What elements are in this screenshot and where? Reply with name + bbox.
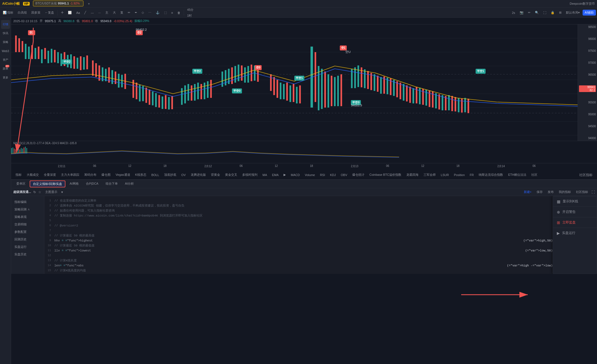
sidebar-asset-icon[interactable]: 资产 [1,55,10,64]
ind-tab-big-order[interactable]: 大额成交 [24,172,41,179]
ind-tab-main-force[interactable]: 主力大单跟踪 [59,172,81,179]
copy-tool[interactable]: 复 [119,10,125,16]
filter-tool[interactable]: ≡ [170,10,175,15]
edit-btn[interactable]: ✏ [526,10,532,15]
ind-tab-rsi[interactable]: RSI [318,172,327,178]
lock-btn[interactable]: 🔒 [549,10,556,15]
main-tab-ai-analysis[interactable]: AI分析 [122,180,137,187]
ray-tool[interactable]: ··· [96,10,102,15]
ind-tab-multi-period[interactable]: 多线时报列 [240,172,260,179]
compare-btn[interactable]: ←复盘 [43,10,56,16]
ai-assist-btn[interactable]: AI辅助 [583,10,596,16]
ind-tab-community-tab[interactable]: 社区 [529,172,540,179]
main-tab-position[interactable]: 委单区 [13,180,29,187]
ind-tab-more-ind[interactable]: ▶ [281,172,288,178]
ind-tab-ema[interactable]: EMA [270,172,281,178]
multi-btn[interactable]: 因多策 [30,10,42,16]
pencil-tool[interactable]: ✒ [133,10,139,15]
code-sidebar-交易明细[interactable]: 交易明细 [11,221,44,228]
sidebar-chart-icon[interactable]: 行情 [1,20,10,29]
zoom-btn[interactable]: 🔍 [533,10,540,15]
ind-tab-top-bottom[interactable]: 顶底抄底 [162,172,178,179]
code-sidebar-回测历史[interactable]: 回测历史 [11,236,44,243]
save-indicator-btn[interactable]: 保存 [535,189,544,195]
anchor-tool[interactable]: ⚓ [154,10,161,15]
ind-tab-position-ind[interactable]: Position [452,172,467,178]
main-display-btn[interactable]: 主图显示 [44,189,59,195]
code-sidebar-参数配置[interactable]: 参数配置 [11,228,44,236]
expand-icon[interactable]: ⛶ [591,190,595,194]
ind-tab-indicators[interactable]: 指标 [13,172,24,179]
refresh-icon[interactable]: ↻ [33,190,36,194]
fib-tool[interactable]: ⋯ [147,10,153,15]
new-indicator-btn[interactable]: 新建+ [522,189,533,195]
trash-tool[interactable]: 🗑 [176,10,182,15]
main-tab-custom-indicator[interactable]: 自定义报标/回测/实盘 [30,180,65,187]
sidebar-order-icon[interactable]: 跟单27 [1,64,10,73]
main-tab-combo-order[interactable]: 组合下单 [103,180,121,187]
ind-tab-candle-stats[interactable]: 爆仓统计 [350,172,367,179]
ind-tab-macd[interactable]: MACD [289,172,302,178]
ind-tab-gold-back[interactable]: 背黄金 [209,172,222,179]
default-btn[interactable]: 默认布局▾ [564,10,581,16]
community-indicators-btn[interactable]: 社区指标 [574,189,590,195]
publish-indicator-btn[interactable]: 发布 [546,189,555,195]
main-tab-compound-dca[interactable]: 合约DCA [83,180,101,187]
settings-btn[interactable]: 2s [510,10,517,15]
ind-tab-full-depth[interactable]: 全量深度 [42,172,58,179]
ind-tab-ma[interactable]: MA [260,172,269,178]
code-sidebar-策略回测∧[interactable]: 策略回测 ∧ [11,206,44,213]
popup-item-显示到K线[interactable]: ▦ 显示到K线 [553,196,597,207]
star-icon[interactable]: ☆ [38,190,41,194]
indicators-btn[interactable]: 📊 指标 [1,10,15,16]
ind-tab-volume[interactable]: Volume [303,172,317,178]
my-indicators-btn[interactable]: 我的指标 [557,189,573,195]
code-sidebar-实盘历史[interactable]: 实盘历史 [11,251,44,258]
ind-tab-eth-fee[interactable]: ETH燃位法法 [506,172,529,179]
main-tab-ai-network[interactable]: AI网格 [67,180,81,187]
code-sidebar-实盘运行[interactable]: 实盘运行 [11,243,44,251]
screenshot-btn[interactable]: 📷 [518,10,525,15]
grid-btn[interactable]: ⊞ [557,10,563,15]
dash-tool[interactable]: --- [89,10,95,15]
ind-tab-fr[interactable]: FR [468,172,476,178]
fullscreen-btn[interactable]: ⛶ [542,10,548,15]
ind-tab-ov[interactable]: OV [179,172,188,178]
popup-item-实盘运行[interactable]: ▶ 实盘运行 [553,228,597,238]
ind-tab-coinbase-btc[interactable]: Coinbase BTC溢价指数 [367,172,404,179]
pen-tool[interactable]: ✏ [126,10,132,15]
code-editor[interactable]: 1 // 在这里创建您的自定义脚本 2 // 该脚本由 AICOIN研究院 创建… [44,196,553,274]
ind-tab-lsur[interactable]: LSUR [438,172,451,178]
eraser-tool[interactable]: ⬚ [162,10,169,15]
ind-tab-gold-exchange[interactable]: 黄金交叉 [223,172,239,179]
code-sidebar-指标编辑[interactable]: 指标编辑 [11,198,44,206]
sidebar-web3-icon[interactable]: Web3 [1,47,10,55]
add-tab-btn[interactable]: + [87,2,91,6]
cursor-tool[interactable]: ✛ [59,10,65,15]
sidebar-strategy-icon[interactable]: 策略 [1,38,10,47]
main-tool[interactable]: 主 [104,10,110,16]
coin-tab-btcusdt-perp2[interactable]: BTC/USDT永续 95941.1 -1.92% [33,1,84,6]
chart-main[interactable]: 空2 空2 98402.2 平空2 平空2 空0 平空1 平空0 空1 空U 平… [11,24,578,141]
community-tab-right[interactable]: 社区指标 [577,173,595,177]
code-sidebar-策略表现[interactable]: 策略表现 [11,213,44,221]
ind-tab-dragon-tornado[interactable]: 龙腾进化版 [188,172,208,179]
popup-item-立即监盘[interactable]: ⊞ 立即监盘 [553,217,597,228]
ind-tab-chips[interactable]: 筹码分布 [82,172,99,179]
ind-tab-kdj[interactable]: KDJ [328,172,338,178]
ind-tab-kline-form[interactable]: K线形态 [133,172,149,179]
alert-btn[interactable]: 白高组 [16,10,29,16]
popup-item-开启警告[interactable]: ⊕ 开启警告 [553,207,597,217]
ind-tab-three-army[interactable]: 三军会师 [421,172,438,179]
shape-tool[interactable]: ◇ [140,10,146,15]
ind-tab-dragon-sea[interactable]: 龙霸四海 [404,172,421,179]
ind-tab-vegas[interactable]: Vegas通道 [113,172,132,179]
big-tool[interactable]: 大 [111,10,118,16]
period-btn-1时[interactable]: 1时 [186,13,198,18]
ind-tab-explosion[interactable]: 爆仓图 [99,172,113,179]
sidebar-more-icon[interactable]: 更多 [1,73,10,82]
ind-tab-nasdaq[interactable]: 纳斯达克综合指数 [476,172,505,179]
period-btn-45分[interactable]: 45分 [186,8,198,13]
box-tool[interactable]: ⬜ [66,10,73,15]
ind-tab-obv[interactable]: OBV [339,172,349,178]
